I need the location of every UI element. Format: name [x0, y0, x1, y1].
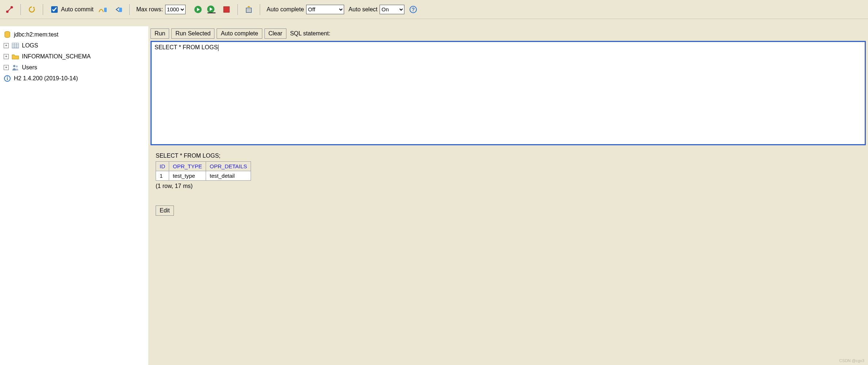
- max-rows-select[interactable]: 1000: [165, 5, 186, 14]
- svg-rect-3: [119, 8, 122, 12]
- auto-complete-label: Auto complete: [267, 6, 304, 13]
- users-icon: [12, 64, 19, 71]
- separator: [20, 4, 21, 15]
- svg-point-13: [13, 65, 15, 67]
- table-icon: [12, 42, 19, 49]
- table-cell: test_type: [169, 171, 206, 181]
- toolbar: Auto commit Max rows: 1000 Au: [0, 0, 868, 19]
- stop-icon[interactable]: [222, 5, 231, 14]
- tree-item-users[interactable]: + Users: [4, 62, 145, 73]
- svg-point-0: [7, 11, 8, 12]
- sql-toolbar: Run Run Selected Auto complete Clear SQL…: [148, 26, 868, 41]
- svg-point-16: [7, 77, 8, 78]
- tree-item-logs[interactable]: + LOGS: [4, 40, 145, 51]
- column-header[interactable]: ID: [156, 162, 169, 171]
- svg-point-1: [11, 6, 13, 8]
- tree-item-label: INFORMATION_SCHEMA: [22, 53, 91, 60]
- column-header[interactable]: OPR_TYPE: [169, 162, 206, 171]
- clear-button[interactable]: Clear: [264, 28, 286, 39]
- tree-connection[interactable]: jdbc:h2:mem:test: [4, 29, 145, 40]
- svg-rect-8: [246, 8, 251, 12]
- svg-rect-2: [104, 8, 107, 12]
- column-header[interactable]: OPR_DETAILS: [206, 162, 251, 171]
- separator: [260, 4, 260, 15]
- tree-panel: jdbc:h2:mem:test + LOGS + INFORMATION_SC…: [0, 26, 148, 365]
- commit-icon[interactable]: [98, 5, 107, 14]
- edit-button[interactable]: Edit: [156, 205, 174, 216]
- results-panel: SELECT * FROM LOGS; ID OPR_TYPE OPR_DETA…: [148, 145, 868, 223]
- refresh-icon[interactable]: [27, 5, 36, 14]
- info-icon: [4, 75, 11, 82]
- rollback-icon[interactable]: [114, 5, 123, 14]
- auto-complete-select[interactable]: Off: [306, 5, 344, 14]
- table-cell: 1: [156, 171, 169, 181]
- max-rows-label: Max rows:: [136, 6, 163, 13]
- separator: [43, 4, 43, 15]
- svg-rect-7: [224, 7, 229, 12]
- tree-item-label: Users: [22, 64, 37, 71]
- tree-item-info-schema[interactable]: + INFORMATION_SCHEMA: [4, 51, 145, 62]
- statement-echo: SELECT * FROM LOGS;: [156, 153, 861, 159]
- svg-rect-6: [208, 12, 216, 14]
- tree-version-label: H2 1.4.200 (2019-10-14): [14, 75, 78, 82]
- tree-version: H2 1.4.200 (2019-10-14): [4, 73, 145, 84]
- auto-commit-label: Auto commit: [61, 6, 94, 13]
- table-header-row: ID OPR_TYPE OPR_DETAILS: [156, 162, 251, 171]
- help-icon[interactable]: ?: [409, 5, 418, 14]
- auto-select-select[interactable]: On: [380, 5, 404, 14]
- expand-icon[interactable]: +: [4, 54, 9, 59]
- rowcount-text: (1 row, 17 ms): [156, 183, 861, 189]
- result-table: ID OPR_TYPE OPR_DETAILS 1 test_type test…: [156, 161, 251, 181]
- auto-select-label: Auto select: [349, 6, 377, 13]
- text-cursor: [218, 45, 218, 51]
- svg-rect-17: [7, 78, 8, 80]
- folder-icon: [12, 53, 19, 60]
- svg-text:?: ?: [412, 7, 415, 12]
- separator: [237, 4, 238, 15]
- auto-commit-checkbox[interactable]: [51, 6, 58, 13]
- auto-complete-button[interactable]: Auto complete: [217, 28, 262, 39]
- run-selected-icon[interactable]: [207, 5, 216, 14]
- separator: [129, 4, 130, 15]
- table-row[interactable]: 1 test_type test_detail: [156, 171, 251, 181]
- expand-icon[interactable]: +: [4, 65, 9, 70]
- tree-connection-label: jdbc:h2:mem:test: [14, 31, 58, 38]
- tree-item-label: LOGS: [22, 42, 38, 49]
- history-icon[interactable]: [244, 5, 253, 14]
- sql-statement-label: SQL statement:: [290, 30, 331, 37]
- database-icon: [4, 31, 11, 38]
- sql-editor[interactable]: SELECT * FROM LOGS: [151, 41, 866, 145]
- table-cell: test_detail: [206, 171, 251, 181]
- run-selected-button[interactable]: Run Selected: [171, 28, 214, 39]
- expand-icon[interactable]: +: [4, 43, 9, 48]
- main-panel: Run Run Selected Auto complete Clear SQL…: [148, 26, 868, 365]
- run-button[interactable]: Run: [151, 28, 169, 39]
- svg-point-14: [16, 66, 18, 68]
- disconnect-icon[interactable]: [5, 5, 14, 14]
- sql-editor-text: SELECT * FROM LOGS: [155, 44, 218, 50]
- run-icon[interactable]: [194, 5, 202, 14]
- watermark: CSDN @cgv3: [839, 358, 864, 363]
